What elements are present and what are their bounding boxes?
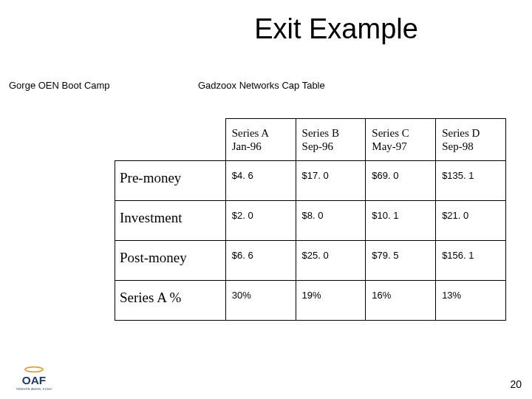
slide: Exit Example Gorge OEN Boot Camp Gadzoox…	[0, 0, 532, 399]
col-header-name: Series C	[372, 127, 409, 139]
col-header-date: Jan-96	[232, 140, 262, 152]
table-cell: $25. 0	[296, 241, 366, 281]
page-title: Exit Example	[0, 13, 510, 45]
col-header: Series A Jan-96	[225, 119, 296, 161]
col-header-name: Series A	[232, 127, 269, 139]
table-title: Gadzoox Networks Cap Table	[198, 80, 325, 91]
col-header-name: Series D	[442, 127, 480, 139]
cap-table: Series A Jan-96 Series B Sep-96 Series C…	[115, 118, 506, 321]
table: Series A Jan-96 Series B Sep-96 Series C…	[115, 118, 506, 321]
row-header: Post-money	[115, 241, 226, 281]
table-cell: $2. 0	[225, 201, 296, 241]
table-cell: 30%	[225, 281, 296, 321]
table-cell: 16%	[366, 281, 436, 321]
table-cell: 19%	[296, 281, 366, 321]
col-header-date: Sep-98	[442, 140, 474, 152]
col-header-date: May-97	[372, 140, 407, 152]
row-header: Series A %	[115, 281, 226, 321]
table-cell: $69. 0	[366, 161, 436, 201]
table-cell: $156. 1	[436, 241, 506, 281]
table-cell: $17. 0	[296, 161, 366, 201]
table-corner-cell	[115, 119, 226, 161]
header-label: Gorge OEN Boot Camp	[9, 80, 110, 91]
col-header: Series B Sep-96	[296, 119, 366, 161]
table-cell: $21. 0	[436, 201, 506, 241]
table-cell: $4. 6	[225, 161, 296, 201]
table-row: Post-money $6. 6 $25. 0 $79. 5 $156. 1	[115, 241, 506, 281]
col-header: Series D Sep-98	[436, 119, 506, 161]
logo: OAF OREGON ANGEL FUND	[12, 364, 56, 393]
page-number: 20	[510, 378, 522, 390]
logo-text: OAF	[22, 374, 47, 386]
table-row: Series A % 30% 19% 16% 13%	[115, 281, 506, 321]
table-cell: $8. 0	[296, 201, 366, 241]
col-header: Series C May-97	[366, 119, 436, 161]
row-header: Investment	[115, 201, 226, 241]
table-cell: 13%	[436, 281, 506, 321]
col-header-name: Series B	[302, 127, 339, 139]
table-row: Investment $2. 0 $8. 0 $10. 1 $21. 0	[115, 201, 506, 241]
svg-point-0	[25, 367, 43, 372]
table-cell: $6. 6	[225, 241, 296, 281]
row-header: Pre-money	[115, 161, 226, 201]
table-cell: $10. 1	[366, 201, 436, 241]
table-header-row: Series A Jan-96 Series B Sep-96 Series C…	[115, 119, 506, 161]
table-cell: $135. 1	[436, 161, 506, 201]
oaf-logo-icon: OAF OREGON ANGEL FUND	[12, 364, 56, 393]
col-header-date: Sep-96	[302, 140, 334, 152]
table-cell: $79. 5	[366, 241, 436, 281]
logo-subtext: OREGON ANGEL FUND	[16, 388, 52, 391]
table-row: Pre-money $4. 6 $17. 0 $69. 0 $135. 1	[115, 161, 506, 201]
